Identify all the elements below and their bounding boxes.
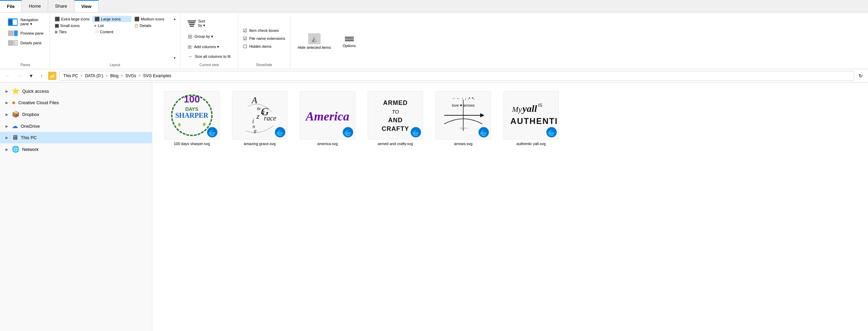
bc-blog[interactable]: Blog (109, 73, 119, 79)
hidden-items-option[interactable]: ☐ Hidden items (241, 43, 274, 50)
file-label-5: arrows.svg (454, 142, 472, 146)
layout-details[interactable]: 📋 Details (132, 23, 171, 28)
edge-badge-6 (546, 127, 557, 138)
sidebar-item-dropbox[interactable]: ▶ 📦 Dropbox (0, 108, 152, 120)
address-bar: ← → ▼ ↑ 📁 This PC > DATA (D:) > Blog > S… (0, 69, 868, 82)
layout-list[interactable]: ≡ List (92, 23, 132, 28)
up-btn[interactable]: ↑ (38, 72, 45, 80)
file-item-6[interactable]: My yall IS AUTHENTIC authentic yall.svg (500, 88, 562, 149)
svg-text:IS: IS (538, 102, 543, 108)
expand-arrow-network: ▶ (6, 147, 8, 151)
hide-selected-btn[interactable]: ◭ Hide selected items (293, 32, 335, 51)
svg-text:AND: AND (388, 117, 403, 124)
layout-extra-large[interactable]: ⬛ Extra large icons (53, 16, 92, 22)
details-pane-btn[interactable]: Details pane (4, 38, 47, 47)
layout-content[interactable]: 📄 Content (92, 29, 132, 35)
file-thumb-3: America (300, 91, 355, 140)
recent-paths-btn[interactable]: ▼ (26, 72, 36, 80)
ribbon-group-hide: ◭ Hide selected items Options (290, 15, 363, 68)
ribbon-group-showhide: ☑ Item check boxes ☑ File name extension… (238, 15, 290, 68)
options-btn[interactable]: Options (338, 34, 360, 50)
file-label-4: armed and crafty.svg (378, 142, 413, 146)
panes-group-label: Panes (4, 62, 47, 68)
add-columns-btn[interactable]: ⊞ Add columns ▾ (183, 42, 224, 51)
tab-share[interactable]: Share (48, 0, 74, 12)
file-item-3[interactable]: America america.svg (296, 88, 359, 149)
folder-icon: 📁 (48, 72, 56, 80)
edge-badge-3 (342, 127, 354, 138)
file-thumb-2: A m a z i n g G race (232, 91, 287, 140)
refresh-btn[interactable]: ↻ (856, 72, 865, 80)
layout-group-label: Layout (53, 62, 178, 68)
sidebar-item-network[interactable]: ▶ 🌐 Network (0, 143, 152, 155)
svg-text:SHARPER: SHARPER (175, 111, 208, 119)
file-name-ext-option[interactable]: ☑ File name extensions (241, 35, 287, 42)
ribbon-group-layout: ⬛ Extra large icons ⬛ Large icons ⬛ Medi… (50, 15, 181, 68)
file-item-1[interactable]: 100 DAYS SHARPER 🌵 🌵 (161, 88, 223, 149)
layout-small[interactable]: ⬛ Small icons (53, 23, 92, 28)
edge-badge-4 (410, 127, 421, 138)
layout-scroll: ▲ ▼ (172, 16, 177, 61)
file-grid: 100 DAYS SHARPER 🌵 🌵 (161, 88, 860, 149)
expand-arrow-creative-cloud: ▶ (6, 101, 8, 105)
svg-text:~ love ~: ~ love ~ (457, 126, 469, 130)
tab-view[interactable]: View (74, 0, 99, 12)
svg-text:i: i (252, 118, 254, 125)
svg-text:AUTHENTIC: AUTHENTIC (510, 116, 557, 126)
bc-svg-examples[interactable]: SVG Examples (142, 73, 172, 79)
scroll-down[interactable]: ▼ (172, 56, 177, 60)
sidebar-item-quick-access[interactable]: ▶ ⭐ Quick access (0, 85, 152, 97)
navigation-pane-btn[interactable]: Navigationpane ▾ (4, 16, 47, 28)
file-item-4[interactable]: ARMED TO AND CRAFTY armed and crafty.svg (364, 88, 427, 149)
forward-btn[interactable]: → (15, 72, 24, 80)
file-thumb-4: ARMED TO AND CRAFTY (368, 91, 423, 140)
sidebar-item-this-pc[interactable]: ▶ 🖥 This PC (0, 132, 152, 143)
bc-this-pc[interactable]: This PC (62, 73, 79, 79)
scroll-up[interactable]: ▲ (172, 17, 177, 21)
sort-by-btn[interactable]: Sortby ▾ (183, 16, 211, 31)
ribbon: Navigationpane ▾ Preview pane (0, 12, 868, 69)
file-label-6: authentic yall.svg (517, 142, 546, 146)
main-layout: ▶ ⭐ Quick access ▶ ● Creative Cloud File… (0, 82, 868, 331)
file-item-2[interactable]: A m a z i n g G race (229, 88, 291, 149)
svg-text:yall: yall (521, 103, 537, 114)
tab-bar: File Home Share View (0, 0, 868, 12)
tab-file[interactable]: File (0, 0, 22, 12)
bc-data-d[interactable]: DATA (D:) (84, 73, 104, 79)
file-label-1: 100 days sharper.svg (174, 142, 210, 146)
svg-text:m: m (257, 106, 260, 111)
preview-pane-btn[interactable]: Preview pane (4, 29, 47, 38)
file-label-3: america.svg (317, 142, 338, 146)
file-label-2: amazing grace.svg (244, 142, 276, 146)
file-item-5[interactable]: → ← ↑ ↓ ↗ ↖ love ♥ arrows ~ love ~ (432, 88, 494, 149)
ribbon-group-panes: Navigationpane ▾ Preview pane (1, 15, 50, 68)
svg-text:🌵: 🌵 (202, 122, 207, 127)
sidebar: ▶ ⭐ Quick access ▶ ● Creative Cloud File… (0, 82, 152, 331)
expand-arrow-dropbox: ▶ (6, 113, 8, 116)
sidebar-item-onedrive[interactable]: ▶ ☁ OneDrive (0, 120, 152, 132)
layout-large[interactable]: ⬛ Large icons (92, 16, 132, 22)
file-thumb-6: My yall IS AUTHENTIC (503, 91, 559, 140)
edge-badge-1 (207, 127, 218, 138)
svg-text:ARMED: ARMED (383, 99, 408, 106)
size-all-columns-btn[interactable]: ↔ Size all columns to fit (183, 52, 235, 61)
sidebar-item-creative-cloud[interactable]: ▶ ● Creative Cloud Files (0, 97, 152, 108)
back-btn[interactable]: ← (3, 72, 12, 80)
svg-text:CRAFTY: CRAFTY (382, 125, 409, 132)
svg-text:🌵: 🌵 (177, 122, 182, 127)
item-checkboxes-option[interactable]: ☑ Item check boxes (241, 27, 281, 34)
svg-text:race: race (264, 114, 276, 122)
svg-text:DAYS: DAYS (185, 106, 198, 112)
expand-arrow-quick-access: ▶ (6, 89, 8, 93)
svg-text:My: My (512, 105, 522, 114)
group-by-btn[interactable]: ⊞ Group by ▾ (183, 32, 217, 42)
layout-medium[interactable]: ⬛ Medium icons (132, 16, 171, 22)
svg-text:z: z (256, 112, 260, 120)
bc-svgs[interactable]: SVGs (124, 73, 137, 79)
breadcrumb[interactable]: This PC > DATA (D:) > Blog > SVGs > SVG … (59, 71, 854, 81)
file-thumb-5: → ← ↑ ↓ ↗ ↖ love ♥ arrows ~ love ~ (436, 91, 491, 140)
showhide-group-label: Show/hide (241, 62, 287, 68)
tab-home[interactable]: Home (22, 0, 48, 12)
edge-badge-5 (478, 127, 489, 138)
layout-tiles[interactable]: ⊞ Tiles (53, 29, 92, 35)
